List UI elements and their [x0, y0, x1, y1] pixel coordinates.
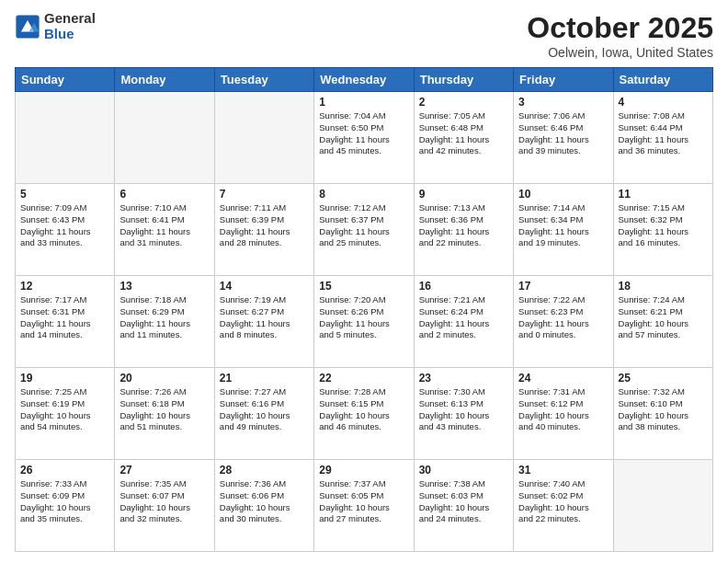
- day-number: 18: [619, 280, 708, 293]
- day-info: Sunrise: 7:40 AM Sunset: 6:02 PM Dayligh…: [518, 478, 608, 525]
- day-cell: 13Sunrise: 7:18 AM Sunset: 6:29 PM Dayli…: [115, 276, 214, 368]
- day-cell: 3Sunrise: 7:06 AM Sunset: 6:46 PM Daylig…: [514, 92, 613, 184]
- day-number: 1: [319, 96, 408, 109]
- day-info: Sunrise: 7:15 AM Sunset: 6:32 PM Dayligh…: [619, 202, 708, 249]
- col-header-monday: Monday: [115, 68, 214, 92]
- day-info: Sunrise: 7:33 AM Sunset: 6:09 PM Dayligh…: [20, 478, 109, 525]
- day-cell: 23Sunrise: 7:30 AM Sunset: 6:13 PM Dayli…: [414, 368, 513, 460]
- day-cell: 17Sunrise: 7:22 AM Sunset: 6:23 PM Dayli…: [514, 276, 613, 368]
- day-info: Sunrise: 7:19 AM Sunset: 6:27 PM Dayligh…: [220, 294, 309, 341]
- day-number: 14: [220, 280, 309, 293]
- day-number: 25: [619, 372, 708, 385]
- day-cell: 18Sunrise: 7:24 AM Sunset: 6:21 PM Dayli…: [613, 276, 712, 368]
- day-number: 30: [419, 464, 508, 477]
- day-number: 11: [619, 188, 708, 201]
- week-row-2: 5Sunrise: 7:09 AM Sunset: 6:43 PM Daylig…: [16, 184, 713, 276]
- day-number: 27: [119, 464, 209, 477]
- day-cell: 2Sunrise: 7:05 AM Sunset: 6:48 PM Daylig…: [414, 92, 513, 184]
- day-info: Sunrise: 7:04 AM Sunset: 6:50 PM Dayligh…: [319, 110, 408, 157]
- page: General Blue October 2025 Oelwein, Iowa,…: [0, 0, 728, 563]
- day-cell: 8Sunrise: 7:12 AM Sunset: 6:37 PM Daylig…: [314, 184, 414, 276]
- title-month: October 2025: [527, 11, 713, 45]
- day-number: 17: [518, 280, 608, 293]
- day-info: Sunrise: 7:14 AM Sunset: 6:34 PM Dayligh…: [518, 202, 608, 249]
- day-info: Sunrise: 7:13 AM Sunset: 6:36 PM Dayligh…: [419, 202, 508, 249]
- day-info: Sunrise: 7:11 AM Sunset: 6:39 PM Dayligh…: [220, 202, 309, 249]
- col-header-tuesday: Tuesday: [214, 68, 313, 92]
- day-number: 13: [119, 280, 209, 293]
- day-info: Sunrise: 7:08 AM Sunset: 6:44 PM Dayligh…: [619, 110, 708, 157]
- day-cell: 21Sunrise: 7:27 AM Sunset: 6:16 PM Dayli…: [214, 368, 313, 460]
- day-number: 5: [20, 188, 109, 201]
- day-cell: 14Sunrise: 7:19 AM Sunset: 6:27 PM Dayli…: [214, 276, 313, 368]
- logo-general-text: General: [44, 11, 96, 27]
- day-cell: 6Sunrise: 7:10 AM Sunset: 6:41 PM Daylig…: [115, 184, 214, 276]
- day-number: 3: [518, 96, 608, 109]
- day-cell: 12Sunrise: 7:17 AM Sunset: 6:31 PM Dayli…: [16, 276, 115, 368]
- day-info: Sunrise: 7:10 AM Sunset: 6:41 PM Dayligh…: [119, 202, 209, 249]
- logo-icon: [15, 14, 40, 40]
- day-number: 22: [319, 372, 408, 385]
- calendar: SundayMondayTuesdayWednesdayThursdayFrid…: [15, 67, 713, 552]
- day-number: 12: [20, 280, 109, 293]
- day-number: 24: [518, 372, 608, 385]
- day-cell: 7Sunrise: 7:11 AM Sunset: 6:39 PM Daylig…: [214, 184, 313, 276]
- day-info: Sunrise: 7:25 AM Sunset: 6:19 PM Dayligh…: [20, 386, 109, 433]
- day-cell: 5Sunrise: 7:09 AM Sunset: 6:43 PM Daylig…: [16, 184, 115, 276]
- day-info: Sunrise: 7:32 AM Sunset: 6:10 PM Dayligh…: [619, 386, 708, 433]
- day-cell: 22Sunrise: 7:28 AM Sunset: 6:15 PM Dayli…: [314, 368, 414, 460]
- day-info: Sunrise: 7:37 AM Sunset: 6:05 PM Dayligh…: [319, 478, 408, 525]
- day-cell: 16Sunrise: 7:21 AM Sunset: 6:24 PM Dayli…: [414, 276, 513, 368]
- day-cell: 19Sunrise: 7:25 AM Sunset: 6:19 PM Dayli…: [16, 368, 115, 460]
- day-number: 8: [319, 188, 408, 201]
- logo-blue-text: Blue: [44, 27, 96, 42]
- title-block: October 2025 Oelwein, Iowa, United State…: [527, 11, 713, 60]
- week-row-5: 26Sunrise: 7:33 AM Sunset: 6:09 PM Dayli…: [16, 460, 713, 552]
- day-cell: 24Sunrise: 7:31 AM Sunset: 6:12 PM Dayli…: [514, 368, 613, 460]
- col-header-thursday: Thursday: [414, 68, 513, 92]
- day-cell: 11Sunrise: 7:15 AM Sunset: 6:32 PM Dayli…: [613, 184, 712, 276]
- day-info: Sunrise: 7:26 AM Sunset: 6:18 PM Dayligh…: [119, 386, 209, 433]
- day-cell: 20Sunrise: 7:26 AM Sunset: 6:18 PM Dayli…: [115, 368, 214, 460]
- day-cell: 30Sunrise: 7:38 AM Sunset: 6:03 PM Dayli…: [414, 460, 513, 552]
- header-row: SundayMondayTuesdayWednesdayThursdayFrid…: [16, 68, 713, 92]
- day-cell: 25Sunrise: 7:32 AM Sunset: 6:10 PM Dayli…: [613, 368, 712, 460]
- day-number: 15: [319, 280, 408, 293]
- day-number: 28: [220, 464, 309, 477]
- day-number: 7: [220, 188, 309, 201]
- day-number: 19: [20, 372, 109, 385]
- day-info: Sunrise: 7:35 AM Sunset: 6:07 PM Dayligh…: [119, 478, 209, 525]
- header: General Blue October 2025 Oelwein, Iowa,…: [15, 11, 713, 60]
- day-info: Sunrise: 7:24 AM Sunset: 6:21 PM Dayligh…: [619, 294, 708, 341]
- col-header-saturday: Saturday: [613, 68, 712, 92]
- day-info: Sunrise: 7:28 AM Sunset: 6:15 PM Dayligh…: [319, 386, 408, 433]
- day-info: Sunrise: 7:36 AM Sunset: 6:06 PM Dayligh…: [220, 478, 309, 525]
- week-row-4: 19Sunrise: 7:25 AM Sunset: 6:19 PM Dayli…: [16, 368, 713, 460]
- day-number: 10: [518, 188, 608, 201]
- day-cell: 31Sunrise: 7:40 AM Sunset: 6:02 PM Dayli…: [514, 460, 613, 552]
- day-info: Sunrise: 7:09 AM Sunset: 6:43 PM Dayligh…: [20, 202, 109, 249]
- week-row-3: 12Sunrise: 7:17 AM Sunset: 6:31 PM Dayli…: [16, 276, 713, 368]
- day-info: Sunrise: 7:31 AM Sunset: 6:12 PM Dayligh…: [518, 386, 608, 433]
- day-number: 4: [619, 96, 708, 109]
- day-cell: 10Sunrise: 7:14 AM Sunset: 6:34 PM Dayli…: [514, 184, 613, 276]
- day-number: 20: [119, 372, 209, 385]
- day-cell: 15Sunrise: 7:20 AM Sunset: 6:26 PM Dayli…: [314, 276, 414, 368]
- day-info: Sunrise: 7:38 AM Sunset: 6:03 PM Dayligh…: [419, 478, 508, 525]
- day-cell: 28Sunrise: 7:36 AM Sunset: 6:06 PM Dayli…: [214, 460, 313, 552]
- day-number: 29: [319, 464, 408, 477]
- day-cell: [613, 460, 712, 552]
- day-number: 16: [419, 280, 508, 293]
- day-number: 21: [220, 372, 309, 385]
- day-info: Sunrise: 7:18 AM Sunset: 6:29 PM Dayligh…: [119, 294, 209, 341]
- day-info: Sunrise: 7:17 AM Sunset: 6:31 PM Dayligh…: [20, 294, 109, 341]
- day-info: Sunrise: 7:21 AM Sunset: 6:24 PM Dayligh…: [419, 294, 508, 341]
- day-info: Sunrise: 7:27 AM Sunset: 6:16 PM Dayligh…: [220, 386, 309, 433]
- day-info: Sunrise: 7:22 AM Sunset: 6:23 PM Dayligh…: [518, 294, 608, 341]
- day-cell: 26Sunrise: 7:33 AM Sunset: 6:09 PM Dayli…: [16, 460, 115, 552]
- logo-text: General Blue: [44, 11, 96, 41]
- day-number: 2: [419, 96, 508, 109]
- day-cell: 4Sunrise: 7:08 AM Sunset: 6:44 PM Daylig…: [613, 92, 712, 184]
- col-header-wednesday: Wednesday: [314, 68, 414, 92]
- day-cell: 29Sunrise: 7:37 AM Sunset: 6:05 PM Dayli…: [314, 460, 414, 552]
